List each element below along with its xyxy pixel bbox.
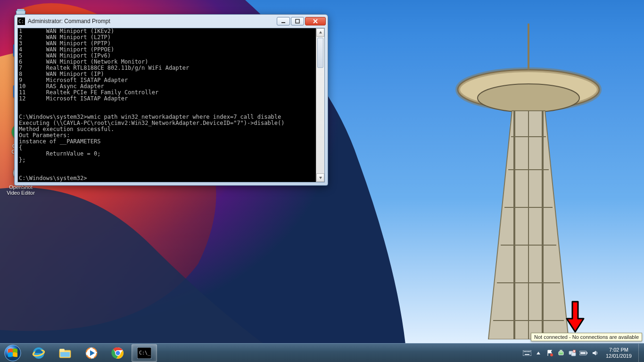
svg-point-2 [478, 84, 579, 112]
clock-date: 12/01/2019 [606, 353, 632, 359]
svg-rect-56 [586, 352, 587, 354]
action-center-flag-icon[interactable] [545, 349, 554, 357]
scroll-thumb[interactable] [317, 38, 323, 68]
svg-rect-44 [528, 351, 529, 352]
scroll-up-button[interactable] [316, 28, 324, 37]
taskbar-spacer [157, 344, 520, 362]
network-tooltip: Not connected - No connections are avail… [531, 333, 642, 341]
network-icon[interactable] [568, 349, 577, 357]
taskbar-pinned: C:\_ [25, 344, 157, 362]
close-button[interactable] [305, 17, 326, 25]
taskbar-item-chrome[interactable] [105, 344, 131, 362]
taskbar-item-explorer[interactable] [52, 344, 78, 362]
svg-rect-49 [560, 350, 562, 352]
taskbar-clock[interactable]: 7:02 PM 12/01/2019 [602, 347, 636, 359]
system-tray: 7:02 PM 12/01/2019 [520, 344, 644, 362]
svg-text:C:\_: C:\_ [139, 350, 151, 356]
svg-rect-57 [580, 352, 586, 354]
taskbar-item-ie[interactable] [26, 344, 51, 362]
svg-rect-42 [525, 351, 526, 352]
maximize-button[interactable] [291, 17, 304, 25]
cmd-title: Administrator: Command Prompt [28, 18, 277, 25]
svg-rect-24 [296, 19, 299, 23]
tooltip-text: Not connected - No connections are avail… [534, 334, 639, 340]
svg-rect-32 [60, 352, 70, 357]
cmd-client-area: 1 WAN Miniport (IKEv2) 2 WAN Miniport (L… [17, 28, 325, 182]
window-controls [277, 17, 326, 25]
svg-rect-41 [524, 351, 525, 352]
cmd-icon: C: [17, 17, 25, 25]
wallpaper-decor-needle [418, 19, 616, 339]
annotation-arrow-icon [566, 301, 585, 334]
minimize-button[interactable] [277, 17, 290, 25]
keyboard-icon[interactable] [523, 349, 531, 357]
svg-rect-40 [523, 350, 531, 356]
cmd-window[interactable]: C: Administrator: Command Prompt 1 WAN M… [14, 14, 328, 186]
svg-rect-10 [17, 9, 25, 11]
cmd-output[interactable]: 1 WAN Miniport (IKEv2) 2 WAN Miniport (L… [18, 28, 316, 182]
start-button[interactable] [0, 344, 25, 362]
battery-icon[interactable] [579, 349, 588, 357]
svg-rect-43 [527, 351, 528, 352]
clock-time: 7:02 PM [606, 347, 632, 353]
svg-rect-46 [525, 354, 529, 355]
cmd-titlebar[interactable]: C: Administrator: Command Prompt [15, 15, 328, 28]
svg-rect-45 [529, 351, 530, 352]
svg-rect-51 [571, 353, 576, 356]
taskbar-item-cmd[interactable]: C:\_ [132, 344, 157, 362]
show-desktop-button[interactable] [638, 344, 643, 362]
cmd-scrollbar[interactable] [316, 28, 324, 182]
desktop-icon-label: OpenShot Video Editor [7, 184, 35, 196]
svg-text:C:: C: [18, 19, 24, 24]
taskbar: C:\_ 7:02 PM 12/01/2019 [0, 343, 644, 362]
show-hidden-icon[interactable] [534, 349, 543, 357]
volume-icon[interactable] [591, 349, 599, 357]
safely-remove-icon[interactable] [557, 349, 565, 357]
svg-point-47 [550, 354, 553, 356]
svg-rect-31 [59, 349, 65, 352]
taskbar-item-wmp[interactable] [79, 344, 104, 362]
scroll-down-button[interactable] [316, 173, 324, 182]
